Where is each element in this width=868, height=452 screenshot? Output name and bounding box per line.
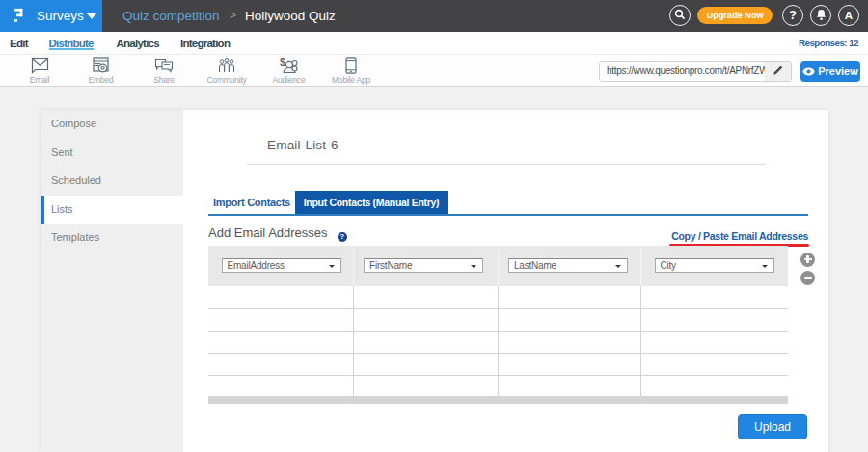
svg-text:$: $ bbox=[280, 57, 285, 67]
